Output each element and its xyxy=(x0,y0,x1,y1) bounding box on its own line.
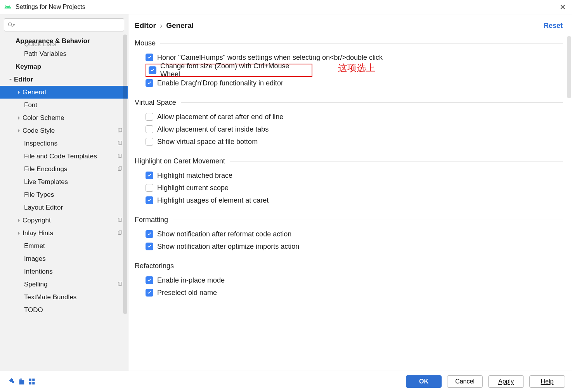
option-formatting-0[interactable]: Show notification after reformat code ac… xyxy=(146,228,563,240)
ok-button[interactable]: OK xyxy=(406,375,442,388)
sidebar-item-file-encodings[interactable]: File Encodings xyxy=(0,163,128,175)
sidebar-item-code-style[interactable]: Code Style xyxy=(0,124,128,137)
sidebar-item-path-variables[interactable]: Path Variables xyxy=(0,47,128,60)
tool-icon-3[interactable] xyxy=(28,378,36,385)
option-virtual-space-0[interactable]: Allow placement of caret after end of li… xyxy=(146,111,563,123)
checkbox[interactable] xyxy=(146,289,153,297)
checkbox[interactable] xyxy=(146,172,153,179)
tool-icon-1[interactable] xyxy=(8,378,16,385)
sidebar-item-todo[interactable]: TODO xyxy=(0,304,128,316)
sidebar-item-file-and-code-templates[interactable]: File and Code Templates xyxy=(0,150,128,163)
sidebar-item-label: File Types xyxy=(24,191,123,199)
reset-link[interactable]: Reset xyxy=(544,22,563,30)
section-highlight-caret: Highlight on Caret Movement xyxy=(135,157,563,165)
sidebar-item-keymap[interactable]: Keymap xyxy=(0,60,128,73)
expand-icon[interactable] xyxy=(16,116,23,120)
tool-icon-2[interactable] xyxy=(18,378,26,385)
option-highlight-caret-0[interactable]: Highlight matched brace xyxy=(146,169,563,182)
sidebar-item-label: Live Templates xyxy=(24,178,123,186)
sidebar-item-inlay-hints[interactable]: Inlay Hints xyxy=(0,227,128,239)
sidebar-item-color-scheme[interactable]: Color Scheme xyxy=(0,111,128,124)
checkbox[interactable] xyxy=(146,276,153,284)
sidebar-item-cutoff[interactable]: Quick Lists xyxy=(24,40,56,48)
settings-tree[interactable]: Appearance & BehaviorQuick ListsPath Var… xyxy=(0,35,128,316)
sidebar-item-emmet[interactable]: Emmet xyxy=(0,239,128,252)
option-refactorings-1[interactable]: Preselect old name xyxy=(146,286,563,299)
sidebar-scrollbar[interactable] xyxy=(123,35,127,314)
option-virtual-space-2[interactable]: Show virtual space at file bottom xyxy=(146,135,563,148)
option-label: Enable Drag'n'Drop functionality in edit… xyxy=(157,79,283,87)
option-label: Highlight matched brace xyxy=(157,172,232,180)
scope-icon xyxy=(116,281,123,288)
close-icon[interactable] xyxy=(557,2,568,12)
option-highlight-caret-1[interactable]: Highlight current scope xyxy=(146,182,563,194)
option-formatting-1[interactable]: Show notification after optimize imports… xyxy=(146,240,563,253)
sidebar-item-images[interactable]: Images xyxy=(0,252,128,265)
sidebar-item-inspections[interactable]: Inspections xyxy=(0,137,128,150)
sidebar-item-intentions[interactable]: Intentions xyxy=(0,265,128,278)
apply-button[interactable]: Apply xyxy=(488,375,524,388)
search-field[interactable] xyxy=(17,21,121,29)
svg-rect-13 xyxy=(119,231,122,234)
sidebar-item-file-types[interactable]: File Types xyxy=(0,188,128,201)
content-scrollbar[interactable] xyxy=(567,36,571,98)
sidebar-item-textmate-bundles[interactable]: TextMate Bundles xyxy=(0,291,128,304)
sidebar-item-copyright[interactable]: Copyright xyxy=(0,214,128,227)
svg-line-1 xyxy=(11,26,12,27)
checkbox[interactable] xyxy=(146,230,153,238)
sidebar-item-editor[interactable]: Editor xyxy=(0,73,128,86)
option-highlight-caret-2[interactable]: Highlight usages of element at caret xyxy=(146,194,563,206)
svg-rect-15 xyxy=(119,282,122,285)
checkbox[interactable] xyxy=(146,184,153,192)
help-button[interactable]: Help xyxy=(529,375,565,388)
sidebar-item-general[interactable]: General xyxy=(0,86,128,99)
sidebar-item-font[interactable]: Font xyxy=(0,99,128,111)
sidebar-item-label: Inlay Hints xyxy=(23,229,116,237)
android-icon xyxy=(4,3,12,11)
checkbox[interactable] xyxy=(146,138,153,146)
main-panel: Editor › General Reset MouseHonor "Camel… xyxy=(128,14,572,371)
option-refactorings-0[interactable]: Enable in-place mode xyxy=(146,274,563,286)
svg-rect-16 xyxy=(29,379,31,381)
chevron-right-icon: › xyxy=(160,21,162,30)
checkbox[interactable] xyxy=(146,196,153,204)
option-mouse-1[interactable]: Change font size (Zoom) with Ctrl+Mouse … xyxy=(146,64,312,77)
sidebar-item-live-templates[interactable]: Live Templates xyxy=(0,175,128,188)
section-formatting: Formatting xyxy=(135,216,563,224)
expand-icon[interactable] xyxy=(16,231,23,235)
checkbox[interactable] xyxy=(146,113,153,121)
expand-icon[interactable] xyxy=(16,219,23,222)
sidebar-item-label: TODO xyxy=(24,306,123,314)
expand-icon[interactable] xyxy=(7,78,14,82)
option-label: Allow placement of caret after end of li… xyxy=(157,113,283,121)
checkbox[interactable] xyxy=(146,54,153,61)
expand-icon[interactable] xyxy=(16,129,23,133)
svg-rect-19 xyxy=(32,382,35,384)
option-virtual-space-1[interactable]: Allow placement of caret inside tabs xyxy=(146,123,563,135)
option-label: Highlight usages of element at caret xyxy=(157,196,269,205)
settings-content: MouseHonor "CamelHumps" words settings w… xyxy=(128,35,572,371)
breadcrumb-parent[interactable]: Editor xyxy=(135,21,156,30)
search-input[interactable]: ▾ xyxy=(4,18,124,31)
sidebar-item-spelling[interactable]: Spelling xyxy=(0,278,128,291)
expand-icon[interactable] xyxy=(16,90,23,94)
sidebar-item-label: Path Variables xyxy=(24,50,123,58)
sidebar-item-layout-editor[interactable]: Layout Editor xyxy=(0,201,128,214)
section-title-label: Mouse xyxy=(135,39,156,47)
checkbox[interactable] xyxy=(146,125,153,133)
section-title-label: Highlight on Caret Movement xyxy=(135,157,225,165)
scope-icon xyxy=(116,230,123,237)
option-label: Enable in-place mode xyxy=(157,276,225,284)
sidebar-item-label: General xyxy=(23,88,123,96)
svg-point-0 xyxy=(9,23,12,26)
option-mouse-2[interactable]: Enable Drag'n'Drop functionality in edit… xyxy=(146,77,563,89)
cancel-button[interactable]: Cancel xyxy=(447,375,483,388)
sidebar-item-appearance-behavior[interactable]: Appearance & Behavior xyxy=(0,35,128,47)
sidebar-item-label: Copyright xyxy=(23,217,116,224)
sidebar-item-label: Emmet xyxy=(24,242,123,250)
checkbox[interactable] xyxy=(146,79,153,87)
sidebar-item-label: Layout Editor xyxy=(24,204,123,212)
search-dropdown-icon[interactable]: ▾ xyxy=(13,23,15,28)
checkbox[interactable] xyxy=(146,243,153,250)
checkbox[interactable] xyxy=(149,66,156,74)
